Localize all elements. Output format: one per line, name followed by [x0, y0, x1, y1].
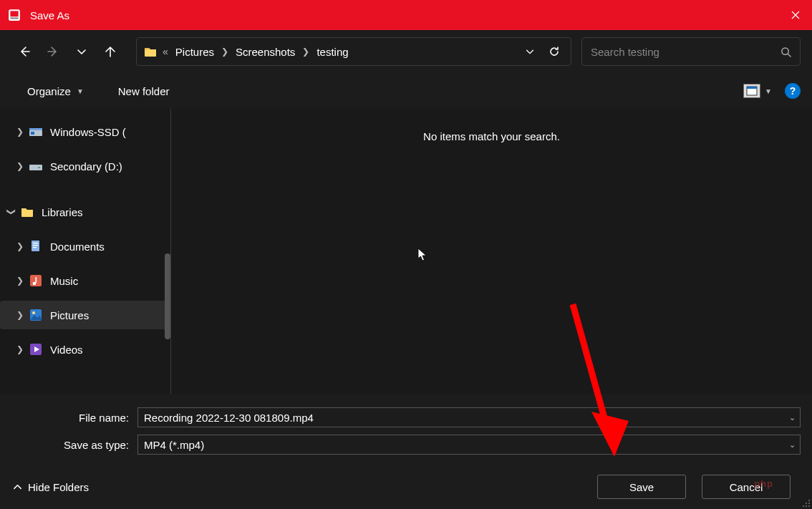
tree-item-label: Videos	[50, 344, 83, 356]
refresh-button[interactable]	[542, 39, 566, 64]
recent-locations-button[interactable]	[69, 39, 95, 64]
organize-button[interactable]: Organize ▼	[21, 81, 90, 102]
svg-point-19	[32, 311, 35, 314]
cancel-button[interactable]: Cancel	[702, 475, 791, 499]
filetype-value: MP4 (*.mp4)	[144, 439, 204, 451]
arrow-up-icon	[105, 46, 116, 57]
filename-field[interactable]: Recording 2022-12-30 081809.mp4 ⌄	[137, 407, 801, 427]
svg-rect-11	[32, 241, 39, 251]
form-area: File name: Recording 2022-12-30 081809.m…	[0, 394, 812, 465]
svg-rect-8	[29, 128, 42, 130]
forward-button[interactable]	[40, 39, 66, 64]
search-box[interactable]	[581, 37, 801, 66]
svg-point-26	[808, 505, 810, 507]
videos-icon	[29, 342, 43, 357]
organize-label: Organize	[27, 85, 71, 97]
window-title: Save As	[30, 9, 69, 21]
music-icon	[29, 273, 43, 288]
hide-folders-label: Hide Folders	[28, 481, 89, 493]
tree-item-label: Libraries	[42, 206, 83, 218]
watermark: php	[754, 478, 773, 489]
save-as-dialog: Save As « Pictures ❯ Screenshots ❯ testi…	[0, 0, 812, 509]
chevron-right-icon[interactable]: ❯	[14, 344, 26, 354]
tree-item-label: Secondary (D:)	[50, 160, 122, 173]
tree-item-pictures[interactable]: ❯ Pictures	[0, 301, 170, 329]
titlebar: Save As	[0, 0, 812, 30]
new-folder-button[interactable]: New folder	[112, 81, 175, 102]
chevron-up-icon	[13, 483, 22, 492]
chevron-down-icon	[525, 47, 535, 57]
navigation-tree[interactable]: ❯ Windows-SSD ( ❯ Secondary (D:) ❯ Libra…	[0, 109, 170, 394]
arrow-left-icon	[19, 46, 30, 57]
address-dropdown-button[interactable]	[518, 39, 542, 64]
pictures-icon	[29, 308, 43, 322]
app-icon	[8, 9, 21, 21]
chevron-down-icon[interactable]: ⌄	[789, 440, 796, 450]
view-icon	[743, 84, 760, 98]
drive-icon	[29, 159, 43, 173]
tree-item-libraries[interactable]: ❯ Libraries	[0, 198, 170, 226]
chevron-right-icon[interactable]: ❯	[14, 161, 26, 171]
filetype-label: Save as type:	[11, 439, 137, 451]
navigation-bar: « Pictures ❯ Screenshots ❯ testing	[0, 30, 812, 73]
view-button[interactable]: ▼	[743, 84, 772, 98]
tree-item-label: Music	[50, 275, 78, 287]
file-list[interactable]: No items match your search.	[171, 109, 812, 394]
arrow-right-icon	[47, 46, 59, 57]
chevron-down-icon[interactable]: ❯	[6, 206, 16, 218]
resize-grip-icon[interactable]	[801, 498, 811, 508]
svg-rect-12	[33, 243, 38, 243]
chevron-right-icon[interactable]: ❯	[14, 241, 26, 251]
save-button[interactable]: Save	[597, 475, 686, 499]
chevron-right-icon[interactable]: ❯	[14, 127, 26, 137]
filename-value: Recording 2022-12-30 081809.mp4	[144, 412, 314, 424]
chevron-right-icon: ❯	[221, 47, 228, 57]
breadcrumb-testing[interactable]: testing	[314, 46, 351, 58]
address-bar[interactable]: « Pictures ❯ Screenshots ❯ testing	[136, 37, 571, 66]
scrollbar-thumb[interactable]	[165, 253, 170, 339]
chevron-right-icon: ❯	[302, 47, 309, 57]
chevron-right-icon[interactable]: ❯	[14, 310, 26, 320]
chevron-down-icon	[76, 46, 87, 57]
svg-rect-1	[10, 11, 18, 16]
back-button[interactable]	[11, 39, 37, 64]
chevron-right-icon[interactable]: ❯	[14, 276, 26, 286]
tree-item-label: Windows-SSD (	[50, 126, 126, 138]
help-button[interactable]: ?	[785, 83, 801, 99]
tree-item-label: Documents	[50, 241, 105, 253]
close-button[interactable]	[779, 0, 812, 30]
search-input[interactable]	[591, 46, 780, 58]
button-row: Hide Folders Save Cancel	[0, 465, 812, 509]
hide-folders-button[interactable]: Hide Folders	[13, 481, 89, 493]
svg-rect-9	[29, 165, 42, 170]
filename-label: File name:	[11, 412, 137, 424]
svg-point-24	[803, 505, 804, 507]
breadcrumb-screenshots[interactable]: Screenshots	[233, 46, 298, 58]
svg-point-25	[806, 505, 807, 507]
tree-item-secondary[interactable]: ❯ Secondary (D:)	[0, 152, 170, 180]
breadcrumb-pictures[interactable]: Pictures	[173, 46, 217, 58]
svg-rect-17	[36, 277, 37, 283]
toolbar: Organize ▼ New folder ▼ ?	[0, 73, 812, 109]
folder-icon	[144, 46, 157, 57]
svg-point-22	[806, 503, 807, 504]
empty-message: No items match your search.	[423, 130, 560, 394]
close-icon	[791, 11, 800, 19]
caret-down-icon: ▼	[765, 87, 772, 95]
svg-rect-2	[10, 17, 18, 19]
svg-rect-10	[38, 167, 40, 168]
filetype-field[interactable]: MP4 (*.mp4) ⌄	[137, 435, 801, 455]
tree-item-windows-ssd[interactable]: ❯ Windows-SSD (	[0, 117, 170, 146]
mouse-cursor-icon	[417, 248, 427, 262]
tree-item-videos[interactable]: ❯ Videos	[0, 335, 170, 364]
up-button[interactable]	[97, 39, 123, 64]
svg-point-21	[808, 500, 810, 501]
tree-item-music[interactable]: ❯ Music	[0, 266, 170, 295]
search-icon	[780, 47, 791, 57]
tree-item-documents[interactable]: ❯ Documents	[0, 232, 170, 261]
breadcrumb-overflow-icon[interactable]: «	[163, 46, 168, 57]
caret-down-icon: ▼	[77, 87, 84, 95]
chevron-down-icon[interactable]: ⌄	[789, 413, 796, 422]
svg-rect-7	[31, 132, 34, 135]
refresh-icon	[548, 46, 560, 57]
